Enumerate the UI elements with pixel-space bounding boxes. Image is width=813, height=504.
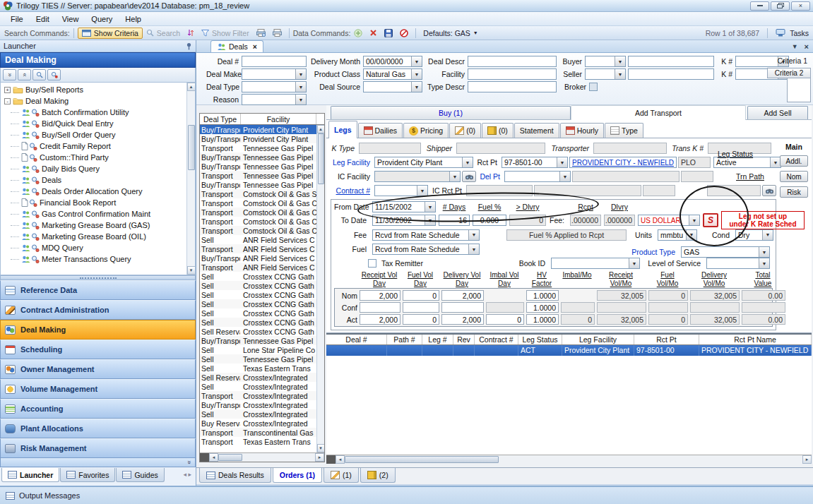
- ic-facility-dropdown[interactable]: ▼: [374, 171, 461, 182]
- volume-column-header[interactable]: HV Factor: [526, 271, 558, 287]
- seller-dropdown[interactable]: ▼: [585, 68, 626, 80]
- legs-grid-column[interactable]: Leg Facility: [562, 335, 634, 344]
- menu-item[interactable]: File: [4, 13, 30, 25]
- deal-list-row[interactable]: Buy/Transpor Tennessee Gas Pipel: [200, 180, 324, 189]
- expand-all-button[interactable]: »: [3, 69, 16, 80]
- scroll-right-icon[interactable]: ▸: [315, 453, 324, 462]
- delete-record-button[interactable]: [366, 28, 381, 37]
- book-id-dropdown[interactable]: ▼: [551, 258, 640, 269]
- column-facility[interactable]: Facility: [241, 114, 316, 124]
- volume-column-header[interactable]: Imbal/Mo: [560, 271, 594, 287]
- deal-list-row[interactable]: Buy/Transpor Tennessee Gas Pipel: [200, 162, 324, 171]
- legs-grid-column[interactable]: Leg #: [422, 335, 453, 344]
- deal-list-row[interactable]: Sell Crosstex CCNG Gath: [200, 318, 324, 327]
- tax-remitter-checkbox[interactable]: [368, 259, 376, 268]
- sort-button[interactable]: [184, 28, 198, 37]
- deal-list-row[interactable]: Transport Comstock Oil & Gas C: [200, 226, 324, 235]
- scroll-thumb[interactable]: [188, 125, 195, 170]
- tree-item[interactable]: Marketing Grease Board (GAS): [1, 220, 195, 231]
- trn-path-lookup-button[interactable]: [762, 185, 776, 196]
- scroll-right-icon[interactable]: ▸: [802, 455, 812, 464]
- cancel-button[interactable]: [396, 28, 412, 38]
- search-filter-button[interactable]: [47, 69, 61, 80]
- act-imbal-vol-day[interactable]: 0: [486, 314, 524, 325]
- volume-column-header[interactable]: Fuel Vol/Mo: [648, 271, 687, 287]
- deal-list-row[interactable]: Sell Crosstex CCNG Gath: [200, 281, 324, 290]
- tree-item[interactable]: Batch Confirmation Utility: [1, 107, 195, 118]
- scroll-down-icon[interactable]: ▾: [187, 266, 196, 275]
- search-tree-button[interactable]: [32, 69, 46, 80]
- shipper-input[interactable]: [456, 143, 545, 154]
- facility-input[interactable]: [468, 68, 557, 80]
- show-filter-button[interactable]: Show Filter: [198, 28, 253, 38]
- scroll-up-icon[interactable]: ▴: [187, 83, 196, 91]
- sub-tab[interactable]: Hourly: [560, 123, 604, 138]
- tree-toggle[interactable]: +: [4, 87, 11, 93]
- volume-column-header[interactable]: Imbal Vol Day: [485, 271, 523, 287]
- type-descr-input[interactable]: [468, 81, 557, 92]
- deal-list-row[interactable]: Transport Comstock Oil & Gas C: [200, 217, 324, 226]
- transporter-input[interactable]: [593, 143, 667, 154]
- deal-list-row[interactable]: Buy/Transpor Tennessee Gas Pipel: [200, 336, 324, 345]
- contract-dropdown[interactable]: ▼: [374, 185, 428, 196]
- tree-item[interactable]: Deals Order Allocation Query: [1, 186, 195, 197]
- tab-deals[interactable]: Deals ×: [210, 40, 263, 52]
- sub-tab[interactable]: Dailies: [358, 123, 403, 138]
- volume-column-header[interactable]: Receipt Vol/Mo: [596, 271, 646, 287]
- close-button[interactable]: ×: [791, 1, 810, 11]
- tree-item[interactable]: Bid/Quick Deal Entry: [1, 118, 195, 129]
- collapse-all-button[interactable]: «: [18, 69, 31, 80]
- menu-item[interactable]: View: [56, 13, 85, 25]
- results-tab[interactable]: (1): [324, 468, 359, 483]
- column-deal-type[interactable]: Deal Type: [200, 114, 241, 124]
- tree-item[interactable]: Daily Bids Query: [1, 163, 195, 174]
- tree-scrollbar[interactable]: ▴ ▾: [186, 83, 195, 275]
- volume-column-header[interactable]: Delivery Vol Day: [441, 271, 483, 287]
- deal-list-hscrollbar[interactable]: ◂ ▸: [200, 452, 324, 462]
- deal-list-row[interactable]: Transport Crosstex/Integrated: [200, 391, 324, 400]
- module-button[interactable]: Risk Management: [0, 438, 196, 458]
- days-input[interactable]: 16: [439, 215, 470, 226]
- deal-maker-dropdown[interactable]: ▼: [242, 68, 307, 80]
- legs-grid-hscrollbar[interactable]: ◂ ▸: [326, 455, 812, 464]
- sub-tab[interactable]: Statement: [514, 123, 559, 138]
- main-tab[interactable]: Add Transport: [571, 105, 746, 120]
- scroll-left-icon[interactable]: ◂: [336, 455, 345, 464]
- fee-source-dropdown[interactable]: Rcvd from Rate Schedule▼: [372, 229, 480, 241]
- nom-receipt-vol-day[interactable]: 2,000: [360, 290, 400, 301]
- tree-item[interactable]: Financial Book Report: [1, 197, 195, 208]
- fuel-pct-input[interactable]: 0.000: [473, 215, 506, 226]
- legs-grid-column[interactable]: Path #: [387, 335, 422, 344]
- deal-list-row[interactable]: Transport Comstock Oil & Gas C: [200, 198, 324, 208]
- del-pt-label[interactable]: Del Pt: [477, 172, 503, 181]
- module-button[interactable]: Owner Management: [0, 359, 196, 379]
- tasks-button[interactable]: Tasks: [790, 29, 809, 37]
- module-button[interactable]: Contract Administration: [0, 300, 196, 320]
- add-record-button[interactable]: [350, 28, 366, 38]
- act-fuel-vol-day[interactable]: 0: [403, 314, 439, 325]
- deal-list-row[interactable]: Sell ANR Field Services C: [200, 235, 324, 244]
- deal-list-row[interactable]: Transport Comstock Oil & Gas C: [200, 208, 324, 217]
- deal-list-row[interactable]: Sell Lone Star Pipeline Co: [200, 345, 324, 354]
- menu-item[interactable]: Edit: [30, 13, 56, 25]
- deal-list-row[interactable]: Buy/Transpor ANR Field Services C: [200, 253, 324, 263]
- close-document-icon[interactable]: ×: [805, 42, 809, 51]
- results-tab[interactable]: Orders (1): [273, 468, 322, 483]
- volume-column-header[interactable]: Receipt Vol Day: [359, 271, 400, 287]
- deal-list-row[interactable]: Transport Tennessee Gas Pipel: [200, 143, 324, 152]
- deal-list-row[interactable]: Sell Crosstex/Integrated: [200, 409, 324, 419]
- tab-scroll-arrows[interactable]: ◂ ▸: [183, 468, 194, 478]
- deal-list-row[interactable]: Transport Tennessee Gas Pipel: [200, 171, 324, 180]
- restore-button[interactable]: [771, 1, 790, 11]
- module-button[interactable]: Scheduling: [0, 340, 196, 359]
- tree-item[interactable]: - Deal Making: [1, 95, 195, 107]
- panel-splitter[interactable]: [0, 275, 196, 280]
- tree-item[interactable]: Credit Family Report: [1, 140, 195, 152]
- deal-list-scrollbar[interactable]: ▴ ▾: [316, 125, 324, 452]
- save-button[interactable]: [381, 28, 396, 38]
- deal-descr-input[interactable]: [468, 56, 557, 67]
- deal-list-row[interactable]: Sell Crosstex CCNG Gath: [200, 272, 324, 281]
- tree-item[interactable]: + Buy/Sell Reports: [1, 84, 195, 95]
- rct-pt-name-link[interactable]: PROVIDENT CITY - NEWFIELD: [572, 159, 674, 167]
- close-tab-icon[interactable]: ×: [253, 42, 257, 51]
